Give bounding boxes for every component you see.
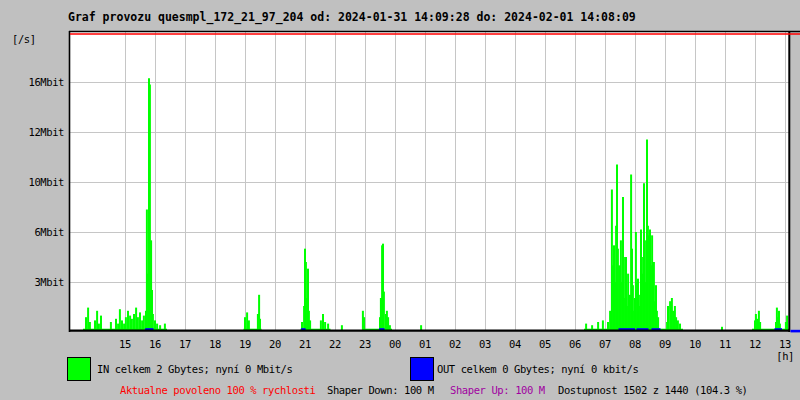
legend-in-swatch — [67, 357, 91, 381]
in-traffic-spike — [156, 324, 158, 330]
y-tick-label: 3Mbit — [2, 276, 64, 288]
in-traffic-spike — [115, 319, 117, 330]
in-traffic-spike — [602, 320, 604, 330]
x-tick-label: 05 — [532, 338, 558, 350]
x-tick-label: 18 — [202, 338, 228, 350]
in-traffic-spike — [152, 314, 154, 330]
in-traffic-spike — [324, 322, 326, 330]
x-tick-label: 03 — [472, 338, 498, 350]
in-traffic-spike — [591, 325, 593, 330]
in-traffic-spike — [420, 325, 422, 330]
in-traffic-spike — [756, 319, 758, 330]
in-traffic-spike — [675, 317, 677, 330]
x-tick-label: 00 — [382, 338, 408, 350]
in-traffic-spike — [110, 322, 112, 330]
in-traffic-spike — [759, 322, 761, 330]
in-traffic-spike — [117, 324, 119, 330]
in-traffic-spike — [127, 311, 129, 330]
in-traffic-spike — [248, 320, 250, 330]
in-traffic-spike — [609, 311, 611, 330]
x-axis-unit-label: [h] — [766, 350, 794, 362]
legend-in-label: IN celkem 2 Gbytes; nyní 0 Mbit/s — [97, 363, 292, 375]
in-traffic-spike — [341, 325, 343, 330]
plot-background — [70, 31, 790, 331]
x-tick-label: 13 — [772, 338, 798, 350]
in-traffic-spike — [383, 292, 385, 330]
in-traffic-spike — [123, 324, 125, 330]
status-shaper-down: Shaper Down: 100 M — [327, 384, 434, 396]
in-traffic-spike — [672, 311, 674, 330]
in-traffic-spike — [607, 322, 609, 330]
status-availability: Dostupnost 1502 z 1440 (104.3 %) — [558, 384, 748, 396]
traffic-graph-page: { "title": "Graf provozu quesmpl_172_21_… — [0, 0, 800, 400]
x-tick-label: 17 — [172, 338, 198, 350]
x-tick-label: 11 — [712, 338, 738, 350]
in-traffic-spike — [164, 324, 166, 330]
in-traffic-spike — [322, 314, 324, 330]
y-tick-label: 6Mbit — [2, 226, 64, 238]
in-traffic-spike — [133, 314, 135, 330]
x-tick-label: 10 — [682, 338, 708, 350]
in-traffic-spike — [143, 316, 145, 330]
status-allowed-speed: Aktualne povoleno 100 % rychlosti — [120, 384, 315, 396]
in-traffic-spike — [100, 316, 102, 330]
in-traffic-spike — [159, 325, 161, 330]
x-tick-label: 19 — [232, 338, 258, 350]
in-traffic-spike — [89, 322, 91, 330]
in-traffic-spike — [154, 320, 156, 330]
in-traffic-spike — [131, 319, 133, 330]
x-tick-label: 22 — [322, 338, 348, 350]
in-traffic-spike — [244, 317, 246, 330]
x-tick-label: 06 — [562, 338, 588, 350]
x-tick-label: 07 — [592, 338, 618, 350]
x-tick-label: 12 — [742, 338, 768, 350]
in-traffic-spike — [259, 319, 261, 330]
in-traffic-spike — [387, 317, 389, 330]
in-traffic-spike — [585, 324, 587, 330]
in-traffic-spike — [141, 320, 143, 330]
out-edge-marker — [791, 330, 800, 333]
in-traffic-spike — [677, 320, 679, 330]
in-traffic-spike — [129, 316, 131, 330]
in-traffic-spike — [121, 320, 123, 330]
x-tick-label: 04 — [502, 338, 528, 350]
in-traffic-spike — [657, 317, 659, 330]
in-traffic-spike — [87, 308, 89, 330]
in-traffic-spike — [320, 320, 322, 330]
y-tick-label: 12Mbit — [2, 126, 64, 138]
in-traffic-spike — [309, 320, 311, 330]
in-traffic-spike — [98, 324, 100, 330]
x-tick-label: 23 — [352, 338, 378, 350]
in-traffic-spike — [389, 325, 391, 330]
x-tick-label: 20 — [262, 338, 288, 350]
legend-out-swatch — [410, 357, 434, 381]
in-traffic-spike — [139, 312, 141, 330]
in-traffic-spike — [363, 317, 365, 330]
in-traffic-spike — [119, 309, 121, 330]
y-tick-label: 10Mbit — [2, 176, 64, 188]
x-tick-label: 08 — [622, 338, 648, 350]
in-traffic-spike — [94, 320, 96, 330]
in-traffic-spike — [246, 312, 248, 330]
in-traffic-spike — [135, 308, 137, 330]
in-traffic-spike — [137, 317, 139, 330]
in-traffic-spike — [679, 324, 681, 330]
in-traffic-spike — [85, 317, 87, 330]
in-traffic-spike — [96, 311, 98, 330]
x-tick-label: 21 — [292, 338, 318, 350]
y-tick-label: 16Mbit — [2, 76, 64, 88]
x-tick-label: 02 — [442, 338, 468, 350]
x-tick-label: 01 — [412, 338, 438, 350]
in-traffic-spike — [125, 317, 127, 330]
legend-out-label: OUT celkem 0 Gbytes; nyní 0 kbit/s — [437, 363, 638, 375]
x-tick-label: 16 — [142, 338, 168, 350]
status-shaper-up: Shaper Up: 100 M — [450, 384, 545, 396]
x-tick-label: 09 — [652, 338, 678, 350]
in-traffic-spike — [597, 322, 599, 330]
in-traffic-spike — [327, 324, 329, 330]
in-traffic-spike — [667, 306, 669, 330]
x-tick-label: 15 — [112, 338, 138, 350]
in-traffic-spike — [786, 316, 788, 330]
